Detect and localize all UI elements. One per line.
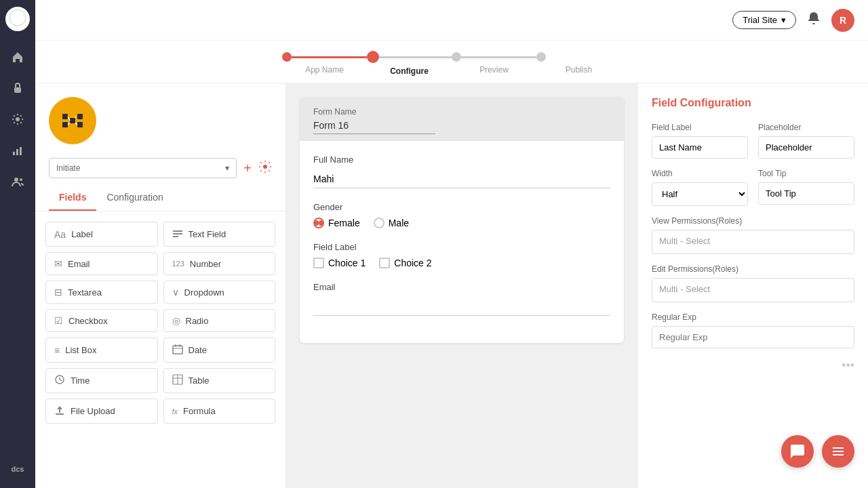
wizard-step-preview[interactable]: Preview xyxy=(452,52,536,75)
sidebar: ⚙ dcs xyxy=(0,0,35,488)
svg-rect-34 xyxy=(833,447,844,449)
field-item-listbox[interactable]: ≡ List Box xyxy=(45,338,158,363)
sidebar-item-chart[interactable] xyxy=(5,138,30,163)
form-name-header: Form Name Form 16 xyxy=(300,97,624,141)
svg-point-0 xyxy=(9,9,26,26)
field-item-textarea[interactable]: ⊟ Textarea xyxy=(45,281,158,304)
svg-rect-23 xyxy=(173,346,182,354)
field-item-time[interactable]: Time xyxy=(45,368,158,393)
left-panel: Initiate ▾ + Fields Configuration xyxy=(35,83,286,488)
wizard-steps: App Name Configure Preview xyxy=(35,41,868,83)
chat-fab-button[interactable] xyxy=(781,435,814,468)
placeholder-input[interactable] xyxy=(758,136,854,159)
checkbox-choice2-label: Choice 2 xyxy=(394,258,431,268)
field-label-input[interactable] xyxy=(652,136,748,159)
logo-icon: ⚙ xyxy=(8,8,27,30)
field-item-radio[interactable]: ◎ Radio xyxy=(163,309,276,332)
field-config-title: Field Configuration xyxy=(652,97,854,109)
sidebar-item-settings[interactable] xyxy=(5,107,30,131)
field-number-text: Number xyxy=(190,259,221,269)
topbar-right: Trial Site ▾ R xyxy=(732,9,854,32)
view-permissions-label: View Permissions(Roles) xyxy=(652,216,854,226)
field-textarea-text: Textarea xyxy=(68,287,102,298)
svg-line-29 xyxy=(60,380,62,381)
menu-fab-button[interactable] xyxy=(822,435,854,468)
field-fileupload-text: File Upload xyxy=(71,406,115,416)
field-radio-text: Radio xyxy=(186,316,209,326)
width-select[interactable]: Full Half Quarter xyxy=(652,182,748,206)
regular-exp-label: Regular Exp xyxy=(652,312,854,322)
sidebar-item-users[interactable] xyxy=(5,169,30,194)
fullname-input[interactable] xyxy=(313,170,610,188)
main-content: Trial Site ▾ R App Name xyxy=(35,0,868,488)
svg-point-3 xyxy=(16,117,20,121)
wizard-line-3 xyxy=(461,56,536,58)
tab-fields[interactable]: Fields xyxy=(49,185,96,211)
radio-male[interactable]: Male xyxy=(374,218,409,228)
wizard-step-configure[interactable]: Configure xyxy=(367,51,452,76)
email-input[interactable] xyxy=(313,298,610,316)
wizard-step-publish[interactable]: Publish xyxy=(536,52,621,75)
field-item-number[interactable]: 123 Number xyxy=(163,252,276,275)
tooltip-input[interactable] xyxy=(758,182,854,205)
tooltip-config-label: Tool Tip xyxy=(758,169,854,178)
notification-bell-icon[interactable] xyxy=(806,11,821,29)
trial-site-button[interactable]: Trial Site ▾ xyxy=(732,11,796,29)
user-avatar[interactable]: R xyxy=(831,9,854,32)
edit-permissions-placeholder: Multi - Select xyxy=(659,284,710,294)
fileupload-icon xyxy=(54,405,65,418)
svg-rect-20 xyxy=(173,230,182,232)
edit-permissions-multiselect[interactable]: Multi - Select xyxy=(652,278,854,302)
textfield-icon xyxy=(172,228,183,241)
radio-male-circle xyxy=(374,218,384,228)
field-item-checkbox[interactable]: ☑ Checkbox xyxy=(45,309,158,332)
width-tooltip-row: Width Full Half Quarter Tool Tip xyxy=(652,169,854,206)
checkbox-choice1[interactable]: Choice 1 xyxy=(313,258,366,268)
wizard-line-1 xyxy=(292,56,367,58)
svg-point-7 xyxy=(14,178,18,182)
more-options-icon[interactable]: ••• xyxy=(652,359,854,373)
wizard-step-appname[interactable]: App Name xyxy=(282,52,367,75)
content-area: Initiate ▾ + Fields Configuration xyxy=(35,83,868,488)
field-item-date[interactable]: Date xyxy=(163,338,276,363)
sidebar-item-lock[interactable] xyxy=(5,76,30,100)
view-permissions-multiselect[interactable]: Multi - Select xyxy=(652,230,854,254)
form-settings-icon[interactable] xyxy=(258,160,272,177)
placeholder-config-label: Placeholder xyxy=(758,123,854,132)
field-item-dropdown[interactable]: ∨ Dropdown xyxy=(163,281,276,304)
tab-configuration[interactable]: Configuration xyxy=(96,185,173,211)
form-select[interactable]: Initiate ▾ xyxy=(49,158,237,178)
form-name-label: Form Name xyxy=(313,107,610,117)
wizard-dot-publish xyxy=(536,52,546,62)
field-item-fileupload[interactable]: File Upload xyxy=(45,399,158,424)
form-name-value: Form 16 xyxy=(313,120,435,134)
field-item-textfield[interactable]: Text Field xyxy=(163,222,276,247)
field-listbox-text: List Box xyxy=(65,345,96,355)
form-field-gender: Gender Female Male xyxy=(313,202,610,228)
regular-exp-input[interactable] xyxy=(652,326,854,348)
radio-female[interactable]: Female xyxy=(313,218,360,228)
field-item-table[interactable]: Table xyxy=(163,368,276,393)
right-panel: Field Configuration Field Label Placehol… xyxy=(637,83,868,488)
field-item-formula[interactable]: fx Formula xyxy=(163,399,276,424)
tooltip-field: Tool Tip xyxy=(758,169,854,206)
wizard-line-2 xyxy=(379,56,452,58)
checkbox-choice2-box xyxy=(379,258,390,268)
svg-rect-14 xyxy=(70,118,75,123)
field-email-text: Email xyxy=(68,259,90,269)
gender-label: Gender xyxy=(313,202,610,212)
add-form-icon[interactable]: + xyxy=(243,161,252,176)
sidebar-item-home[interactable] xyxy=(5,45,30,69)
textarea-icon: ⊟ xyxy=(54,287,62,298)
field-label-field: Field Label xyxy=(652,123,748,159)
field-item-label[interactable]: Aa Label xyxy=(45,222,158,247)
svg-rect-35 xyxy=(833,451,844,452)
sidebar-bottom: dcs xyxy=(5,457,30,481)
svg-point-19 xyxy=(263,165,267,169)
radio-female-label: Female xyxy=(328,218,360,228)
field-item-email[interactable]: ✉ Email xyxy=(45,252,158,275)
checkbox-choice2[interactable]: Choice 2 xyxy=(379,258,431,268)
radio-male-label: Male xyxy=(389,218,409,228)
svg-rect-22 xyxy=(173,236,178,237)
svg-rect-11 xyxy=(77,114,83,119)
